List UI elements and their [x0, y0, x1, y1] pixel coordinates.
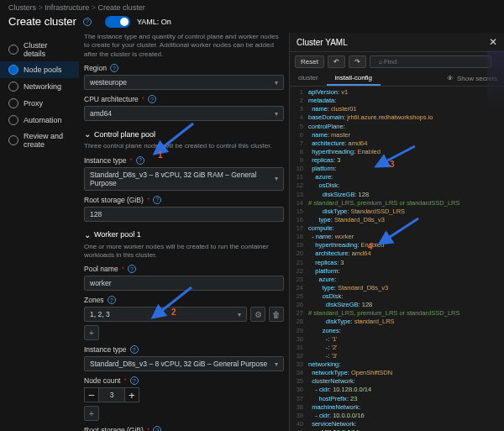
code-line[interactable]: 18 - name: worker: [293, 233, 501, 241]
code-line[interactable]: 1apiVersion: v1: [293, 88, 501, 97]
cp-instance-select[interactable]: Standard_D8s_v3 – 8 vCPU, 32 GiB RAM – G…: [84, 167, 284, 191]
sidebar-item-automation[interactable]: Automation: [0, 112, 79, 129]
code-line[interactable]: 16 type: Standard_D8s_v3: [293, 216, 501, 224]
yaml-toggle-label: YAML: On: [137, 18, 171, 26]
page-title: Create cluster: [8, 15, 76, 28]
code-line[interactable]: 9 replicas: 3: [293, 156, 501, 165]
code-line[interactable]: 3 name: cluster01: [293, 105, 501, 113]
help-icon[interactable]: ?: [83, 18, 92, 26]
code-line[interactable]: 31 -: '2': [293, 344, 501, 352]
reset-button[interactable]: Reset: [295, 55, 324, 68]
help-icon[interactable]: ?: [136, 156, 144, 165]
settings-icon[interactable]: ⚙: [250, 307, 265, 322]
find-input[interactable]: [370, 55, 491, 68]
increment-button[interactable]: +: [124, 387, 139, 402]
code-line[interactable]: 22 platform:: [293, 267, 501, 276]
section-control-plane[interactable]: Control plane pool: [84, 129, 284, 139]
sidebar-item-networking[interactable]: Networking: [0, 78, 79, 95]
code-line[interactable]: 17compute:: [293, 224, 501, 233]
chevron-down-icon: ▾: [275, 175, 278, 182]
sidebar-item-node-pools[interactable]: Node pools: [0, 61, 79, 78]
cp-root-storage-input[interactable]: [84, 207, 284, 222]
add-pool-button[interactable]: +: [84, 406, 99, 421]
code-line[interactable]: 39 - cidr: 10.0.0.0/16: [293, 412, 501, 420]
node-count-input[interactable]: [99, 387, 124, 402]
section-worker-pool[interactable]: Worker pool 1: [84, 230, 284, 239]
tab-cluster[interactable]: cluster: [290, 71, 327, 86]
help-icon[interactable]: ?: [128, 265, 136, 273]
minimap[interactable]: [487, 50, 504, 151]
code-line[interactable]: 34 networkType: OpenShiftSDN: [293, 369, 501, 377]
tab-install-config[interactable]: install-config: [327, 71, 381, 86]
code-line[interactable]: 25 osDisk:: [293, 292, 501, 301]
pool-name-label: Pool name*?: [84, 265, 284, 273]
code-line[interactable]: 28 diskType: standard_LRS: [293, 318, 501, 326]
help-icon[interactable]: ?: [153, 196, 161, 204]
code-line[interactable]: 33networking:: [293, 360, 501, 369]
wp-instance-select[interactable]: Standard_D8s_v3 – 8 vCPU, 32 GiB – Gener…: [84, 356, 284, 371]
code-line[interactable]: 36 - cidr: 10.128.0.0/14: [293, 386, 501, 394]
help-icon[interactable]: ?: [110, 64, 118, 72]
chevron-down-icon: ▾: [275, 79, 278, 87]
code-line[interactable]: 35 clusterNetwork:: [293, 377, 501, 386]
help-icon[interactable]: ?: [153, 426, 161, 431]
wp-instance-label: Instance type?: [84, 345, 284, 354]
sidebar-item-proxy[interactable]: Proxy: [0, 95, 79, 112]
chevron-down-icon: ▾: [275, 110, 278, 118]
node-count-label: Node count*?: [84, 376, 284, 385]
code-line[interactable]: 6 name: master: [293, 131, 501, 139]
region-label: Region?: [84, 64, 284, 72]
wp-root-storage-label: Root storage (GiB)*?: [84, 426, 284, 431]
code-line[interactable]: 29 zones:: [293, 327, 501, 335]
node-count-stepper[interactable]: − +: [84, 387, 284, 402]
help-icon[interactable]: ?: [130, 376, 139, 385]
code-line[interactable]: 20 architecture: amd64: [293, 250, 501, 258]
code-line[interactable]: 4baseDomain: jrh6l.azure.redhatworkshops…: [293, 113, 501, 122]
cpu-arch-label: CPU architecture*?: [84, 95, 284, 103]
close-icon[interactable]: ✕: [489, 36, 497, 48]
code-line[interactable]: 26 diskSizeGB: 128: [293, 301, 501, 309]
code-line[interactable]: 5controlPlane:: [293, 123, 501, 131]
code-line[interactable]: 7 architecture: amd64: [293, 139, 501, 148]
code-line[interactable]: 38 machineNetwork:: [293, 403, 501, 412]
code-line[interactable]: 8 hyperthreading: Enabled: [293, 148, 501, 156]
code-line[interactable]: 12 osDisk:: [293, 181, 501, 190]
crumb-clusters[interactable]: Clusters: [8, 3, 36, 12]
eye-icon: 👁: [447, 75, 454, 82]
help-icon[interactable]: ?: [130, 345, 139, 354]
pool-name-input[interactable]: [84, 276, 284, 291]
code-line[interactable]: 40 serviceNetwork:: [293, 420, 501, 428]
decrement-button[interactable]: −: [84, 387, 99, 402]
delete-icon[interactable]: 🗑: [269, 307, 284, 322]
code-line[interactable]: 10 platform:: [293, 165, 501, 173]
redo-icon[interactable]: ↷: [349, 55, 366, 68]
code-line[interactable]: 24 type: Standard_D8s_v3: [293, 284, 501, 292]
help-icon[interactable]: ?: [148, 95, 156, 103]
code-line[interactable]: 2metadata:: [293, 97, 501, 105]
yaml-editor[interactable]: 1apiVersion: v12metadata:3 name: cluster…: [290, 87, 504, 431]
zones-select[interactable]: 1, 2, 3▾: [84, 307, 247, 322]
code-line[interactable]: 27# standard_LRS, premium_LRS or standar…: [293, 309, 501, 318]
code-line[interactable]: 23 azure:: [293, 276, 501, 284]
code-line[interactable]: 21 replicas: 3: [293, 259, 501, 267]
code-line[interactable]: 30 -: '1': [293, 335, 501, 344]
zones-label: Zones?: [84, 296, 284, 304]
code-line[interactable]: 19 hyperthreading: Enabled: [293, 241, 501, 250]
help-icon[interactable]: ?: [108, 296, 116, 304]
add-zone-button[interactable]: +: [84, 325, 99, 340]
crumb-infra[interactable]: Infrastructure: [39, 3, 90, 12]
sidebar-item-cluster-details[interactable]: Cluster details: [0, 38, 79, 61]
yaml-toggle[interactable]: [105, 16, 130, 28]
code-line[interactable]: 37 hostPrefix: 23: [293, 395, 501, 403]
breadcrumb: Clusters Infrastructure Create cluster: [0, 0, 504, 15]
code-line[interactable]: 14# standard_LRS, premium_LRS or standar…: [293, 199, 501, 208]
region-select[interactable]: westeurope▾: [84, 75, 284, 90]
code-line[interactable]: 11 azure:: [293, 173, 501, 181]
cpu-arch-select[interactable]: amd64▾: [84, 106, 284, 121]
code-line[interactable]: 13 diskSizeGB: 128: [293, 191, 501, 199]
code-line[interactable]: 32 -: '3': [293, 352, 501, 360]
undo-icon[interactable]: ↶: [328, 55, 345, 68]
sidebar-item-review[interactable]: Review and create: [0, 129, 79, 152]
form-panel: The instance type and quantity of contro…: [79, 33, 289, 431]
code-line[interactable]: 15 diskType: StandardSSD_LRS: [293, 208, 501, 216]
